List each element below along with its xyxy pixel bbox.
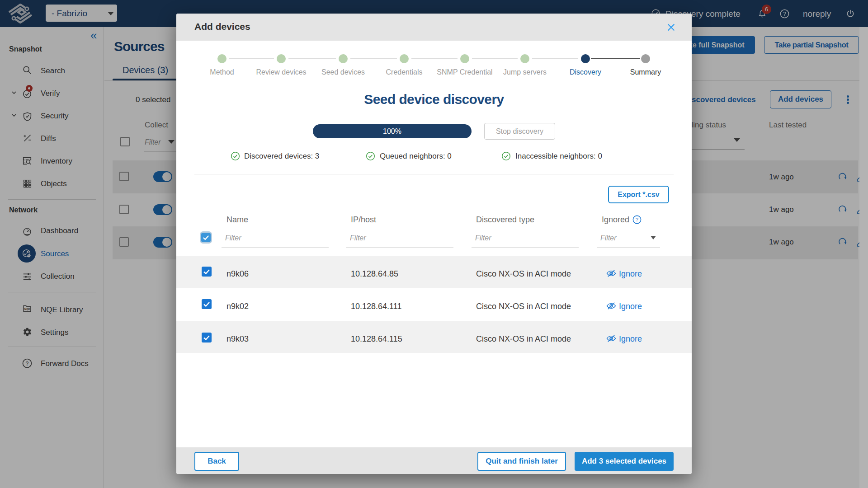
svg-text:?: ? <box>636 217 638 222</box>
